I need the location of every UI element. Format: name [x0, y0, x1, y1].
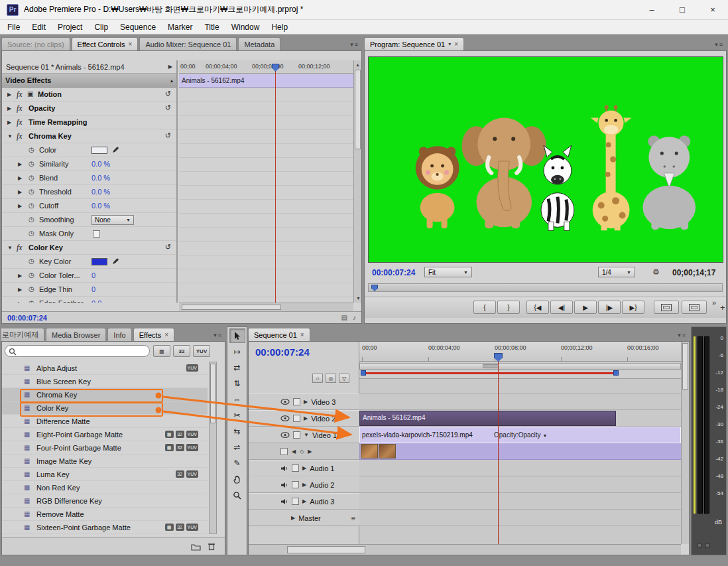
scrollbar-thumb[interactable]	[682, 343, 688, 389]
stopwatch-icon[interactable]: ◷	[29, 146, 34, 153]
param-row-mask-only[interactable]: ◷ Mask Only	[2, 227, 176, 241]
menu-project[interactable]: Project	[52, 23, 88, 32]
mark-out-button[interactable]: }	[497, 301, 520, 314]
effect-item-chroma-key[interactable]: ▦Chroma Key	[2, 388, 208, 401]
close-icon[interactable]: ×	[454, 40, 458, 48]
timeline-timecode[interactable]: 00:00:07:24	[255, 346, 310, 358]
work-area-bar[interactable]	[359, 363, 681, 370]
track-header-audio3[interactable]: ▶ Audio 3	[249, 493, 359, 510]
add-keyframe-icon[interactable]: ◇	[300, 449, 304, 455]
more-buttons-chevron[interactable]: »	[712, 299, 716, 307]
expander-icon[interactable]: ▶	[18, 203, 22, 209]
effects-search-box[interactable]	[5, 345, 150, 357]
go-to-in-button[interactable]: {◀	[526, 301, 549, 314]
panel-menu-icon[interactable]: ▾≡	[715, 41, 727, 50]
menu-window[interactable]: Window	[225, 23, 266, 32]
mark-in-button[interactable]: {	[473, 301, 496, 314]
collapse-icon[interactable]: ▶	[168, 64, 172, 70]
param-value[interactable]: 0	[91, 271, 95, 279]
smoothing-dropdown[interactable]: None▼	[91, 215, 134, 225]
expander-icon[interactable]: ▼	[7, 245, 13, 251]
scroll-down-icon[interactable]: ▼	[356, 296, 361, 301]
tab-audio-mixer[interactable]: Audio Mixer: Sequence 01	[139, 37, 237, 50]
tab-source[interactable]: Source: (no clips)	[1, 37, 70, 50]
track-header-master[interactable]: ▶ Master ≡	[249, 510, 359, 526]
step-back-button[interactable]: ◀|	[550, 301, 573, 314]
param-row-edge-feather[interactable]: ▶ ◷ Edge Feather 0.0	[2, 297, 176, 303]
effect-item-non-red-key[interactable]: ▦Non Red Key	[2, 481, 208, 494]
work-area-left-handle[interactable]	[361, 370, 366, 376]
speaker-icon[interactable]	[280, 465, 288, 472]
panel-menu-icon[interactable]: ▾≡	[213, 332, 225, 341]
scrollbar-thumb[interactable]	[182, 305, 281, 310]
clip-pexels[interactable]: pexels-vlada-karpovich-7150219.mp4 Opaci…	[359, 427, 681, 443]
track-header-video3[interactable]: ▶ Video 3	[249, 393, 359, 410]
video3-track-lane[interactable]	[359, 393, 681, 410]
menu-file[interactable]: File	[1, 23, 26, 32]
effects-list-scrollbar[interactable]	[209, 362, 217, 534]
ec-horizontal-scrollbar[interactable]	[179, 303, 353, 311]
color-swatch[interactable]	[91, 147, 107, 154]
scrollbar-thumb[interactable]	[287, 546, 365, 553]
track-lock-toggle[interactable]	[293, 431, 300, 439]
track-lock-toggle[interactable]	[292, 498, 299, 505]
param-value[interactable]: 0.0 %	[91, 188, 110, 196]
expander-icon[interactable]: ▶	[304, 415, 308, 421]
ec-time-ruler[interactable]: 00;00 00;00;04;00 00;00;08;00 00;00;12;0…	[179, 60, 353, 74]
tab-effects[interactable]: Effects×	[133, 328, 174, 341]
param-row-key-color[interactable]: ◷ Key Color	[2, 255, 176, 269]
accelerated-effects-filter-button[interactable]: ▦	[153, 345, 170, 357]
expander-icon[interactable]: ▼	[304, 432, 309, 438]
stopwatch-icon[interactable]: ◷	[29, 299, 34, 303]
effect-item-sixteen-point-garbage-matte[interactable]: ▦Sixteen-Point Garbage Matte▦32YUV	[2, 521, 208, 534]
expander-icon[interactable]: ▶	[302, 465, 306, 471]
close-icon[interactable]: ×	[300, 331, 304, 338]
master-keyframes-icon[interactable]: ≡	[351, 514, 355, 522]
meter-option-dot[interactable]	[697, 543, 702, 548]
menu-sequence[interactable]: Sequence	[114, 23, 162, 32]
audio1-track-lane[interactable]	[359, 460, 681, 476]
expander-icon[interactable]: ▶	[18, 161, 22, 167]
work-area-row[interactable]	[359, 362, 681, 379]
video-effects-header[interactable]: Video Effects▴	[2, 74, 176, 88]
speaker-icon[interactable]	[280, 482, 288, 488]
param-row-color[interactable]: ◷ Color	[2, 143, 176, 157]
effect-item-difference-matte[interactable]: ▦Difference Matte	[2, 415, 208, 428]
effect-row-motion[interactable]: ▶ fx ▣ Motion ↺	[2, 88, 176, 102]
timeline-track-lane[interactable]: 00;00 00;00;04;00 00;00;08;00 00;00;12;0…	[359, 342, 681, 544]
effect-item-color-key[interactable]: ▦Color Key	[2, 401, 208, 415]
ec-vertical-scrollbar[interactable]: ▲▼	[353, 60, 361, 303]
play-button[interactable]: ▶	[574, 301, 597, 314]
effect-item-image-matte-key[interactable]: ▦Image Matte Key	[2, 455, 208, 468]
expander-icon[interactable]: ▶	[18, 273, 22, 279]
stopwatch-icon[interactable]: ◷	[29, 202, 34, 209]
param-row-similarity[interactable]: ▶ ◷ Similarity 0.0 %	[2, 157, 176, 171]
expander-icon[interactable]: ▼	[7, 133, 13, 139]
new-custom-bin-icon[interactable]	[191, 543, 201, 551]
timeline-ruler[interactable]: 00;00 00;00;04;00 00;00;08;00 00;00;12;0…	[359, 342, 681, 362]
effect-item-four-point-garbage-matte[interactable]: ▦Four-Point Garbage Matte▦32YUV	[2, 441, 208, 455]
effect-item-eight-point-garbage-matte[interactable]: ▦Eight-Point Garbage Matte▦32YUV	[2, 428, 208, 441]
set-display-style-button[interactable]	[280, 448, 288, 455]
minimize-button[interactable]: –	[637, 0, 667, 19]
collapse-up-icon[interactable]: ▴	[170, 78, 173, 84]
param-value[interactable]: 0.0	[91, 299, 101, 303]
video1-track-lane[interactable]: pexels-vlada-karpovich-7150219.mp4 Opaci…	[359, 427, 681, 443]
lift-button[interactable]	[654, 301, 679, 314]
speaker-icon[interactable]	[280, 498, 288, 505]
param-value[interactable]: 0.0 %	[91, 174, 110, 182]
maximize-button[interactable]: □	[667, 0, 698, 19]
fx-badge-icon[interactable]: fx	[17, 90, 23, 100]
effect-row-time-remapping[interactable]: ▶ fx Time Remapping	[2, 115, 176, 129]
playback-resolution-dropdown[interactable]: 1/4▼	[598, 267, 635, 277]
tab-metadata[interactable]: Metadata	[238, 37, 280, 50]
audio3-track-lane[interactable]	[359, 493, 681, 510]
mask-only-checkbox[interactable]	[93, 230, 100, 238]
param-row-threshold[interactable]: ▶ ◷ Threshold 0.0 %	[2, 185, 176, 199]
panel-menu-icon[interactable]: ▾≡	[678, 332, 690, 341]
close-icon[interactable]: ×	[129, 40, 133, 48]
slip-tool[interactable]: ⇆	[229, 424, 245, 439]
ripple-edit-tool[interactable]: ⇄	[229, 360, 245, 375]
expander-icon[interactable]: ▶	[7, 92, 11, 98]
video1-keyframe-lane[interactable]	[359, 443, 681, 460]
